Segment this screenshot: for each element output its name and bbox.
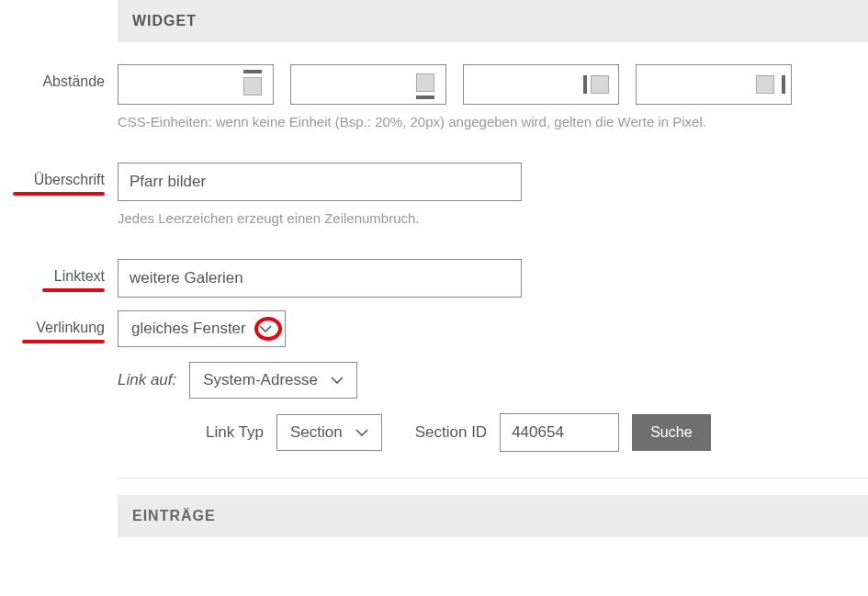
spacing-input-bottom[interactable] — [290, 64, 446, 105]
spacing-hint: CSS-Einheiten: wenn keine Einheit (Bsp.:… — [118, 114, 857, 129]
section-header-entries: EINTRÄGE — [118, 495, 868, 537]
linktext-input[interactable] — [118, 259, 522, 298]
chevron-down-icon — [259, 325, 272, 332]
subrow-link-typ: Link Typ Section Section ID Suche — [206, 413, 857, 452]
row-linktext: Linktext — [0, 259, 868, 298]
spacing-input-left[interactable] — [463, 64, 619, 105]
label-text: Abstände — [42, 73, 105, 90]
section-id-input[interactable] — [500, 413, 619, 452]
label-heading: Überschrift — [0, 163, 118, 188]
section-title: EINTRÄGE — [132, 508, 216, 523]
section-divider — [118, 478, 868, 478]
heading-input[interactable] — [118, 163, 522, 201]
section-title: WIDGET — [132, 13, 197, 28]
chevron-down-icon — [355, 429, 368, 436]
link-typ-label: Link Typ — [206, 423, 264, 442]
label-text: Linktext — [54, 268, 105, 285]
spacing-top-icon — [238, 70, 267, 99]
row-heading: Überschrift Jedes Leerzeichen erzeugt ei… — [0, 163, 868, 226]
label-linking: Verlinkung — [0, 310, 118, 336]
search-button[interactable]: Suche — [632, 414, 710, 451]
label-linktext: Linktext — [0, 259, 118, 285]
label-spacing: Abstände — [0, 64, 118, 90]
section-id-label: Section ID — [415, 423, 487, 442]
spacing-input-right[interactable] — [636, 64, 792, 105]
link-on-label: Link auf: — [118, 371, 176, 389]
spacing-bottom-icon — [411, 70, 440, 99]
label-text: Überschrift — [34, 172, 105, 188]
link-on-select[interactable]: System-Adresse — [189, 362, 357, 399]
label-text: Verlinkung — [36, 320, 105, 336]
linking-window-select[interactable]: gleiches Fenster — [118, 310, 286, 347]
chevron-down-icon — [331, 377, 344, 384]
row-spacing: Abstände — [0, 64, 868, 129]
spacing-left-icon — [583, 70, 613, 99]
link-typ-select[interactable]: Section — [276, 414, 382, 451]
spacing-right-icon — [756, 70, 785, 99]
select-value: Section — [290, 423, 343, 442]
section-header-widget: WIDGET — [118, 0, 868, 42]
select-value: System-Adresse — [203, 371, 318, 389]
spacing-input-top[interactable] — [118, 64, 274, 105]
subrow-link-on: Link auf: System-Adresse — [118, 362, 857, 399]
select-value: gleiches Fenster — [131, 320, 246, 338]
row-linking: Verlinkung gleiches Fenster Link auf: Sy… — [0, 310, 868, 452]
heading-hint: Jedes Leerzeichen erzeugt einen Zeilenum… — [118, 210, 857, 226]
